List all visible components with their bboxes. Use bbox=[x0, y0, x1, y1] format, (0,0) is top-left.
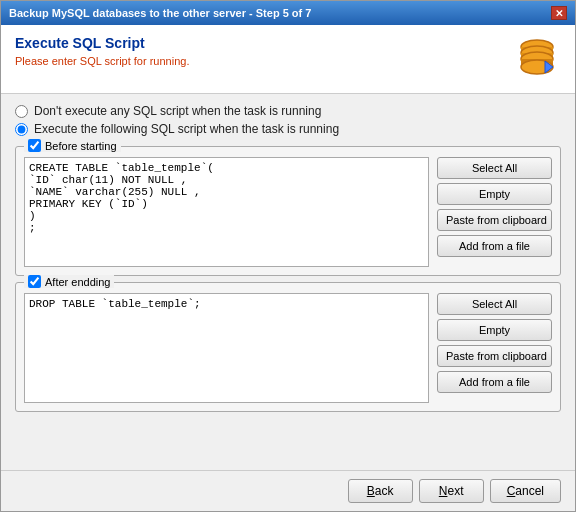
cancel-button[interactable]: Cancel bbox=[490, 479, 561, 503]
after-button-column: Select All Empty Paste from clipboard Ad… bbox=[437, 293, 552, 403]
after-legend-label: After endding bbox=[45, 276, 110, 288]
footer: Back Next Cancel bbox=[1, 470, 575, 511]
before-sql-textarea[interactable]: CREATE TABLE `table_temple`( `ID` char(1… bbox=[24, 157, 429, 267]
close-button[interactable]: ✕ bbox=[551, 6, 567, 20]
next-button[interactable]: Next bbox=[419, 479, 484, 503]
after-sql-textarea[interactable]: DROP TABLE `table_temple`; bbox=[24, 293, 429, 403]
before-legend: Before starting bbox=[24, 139, 121, 152]
next-underline: Next bbox=[439, 484, 464, 498]
before-content: CREATE TABLE `table_temple`( `ID` char(1… bbox=[24, 157, 552, 267]
before-legend-label: Before starting bbox=[45, 140, 117, 152]
radio-no-execute[interactable] bbox=[15, 105, 28, 118]
radio-label-1: Don't execute any SQL script when the ta… bbox=[34, 104, 321, 118]
after-paste-button[interactable]: Paste from clipboard bbox=[437, 345, 552, 367]
content-area: Don't execute any SQL script when the ta… bbox=[1, 94, 575, 470]
main-window: Backup MySQL databases to the other serv… bbox=[0, 0, 576, 512]
radio-row-1: Don't execute any SQL script when the ta… bbox=[15, 104, 561, 118]
after-checkbox[interactable] bbox=[28, 275, 41, 288]
after-legend: After endding bbox=[24, 275, 114, 288]
header-text: Execute SQL Script Please enter SQL scri… bbox=[15, 35, 189, 67]
back-underline: Back bbox=[367, 484, 394, 498]
before-select-all-button[interactable]: Select All bbox=[437, 157, 552, 179]
before-button-column: Select All Empty Paste from clipboard Ad… bbox=[437, 157, 552, 267]
cancel-underline: Cancel bbox=[507, 484, 544, 498]
before-checkbox[interactable] bbox=[28, 139, 41, 152]
after-add-file-button[interactable]: Add from a file bbox=[437, 371, 552, 393]
back-button[interactable]: Back bbox=[348, 479, 413, 503]
title-bar: Backup MySQL databases to the other serv… bbox=[1, 1, 575, 25]
radio-execute[interactable] bbox=[15, 123, 28, 136]
before-empty-button[interactable]: Empty bbox=[437, 183, 552, 205]
header-section: Execute SQL Script Please enter SQL scri… bbox=[1, 25, 575, 94]
header-icon bbox=[513, 35, 561, 83]
radio-row-2: Execute the following SQL script when th… bbox=[15, 122, 561, 136]
before-add-file-button[interactable]: Add from a file bbox=[437, 235, 552, 257]
after-empty-button[interactable]: Empty bbox=[437, 319, 552, 341]
page-subtitle: Please enter SQL script for running. bbox=[15, 55, 189, 67]
after-group: After endding DROP TABLE `table_temple`;… bbox=[15, 282, 561, 412]
after-select-all-button[interactable]: Select All bbox=[437, 293, 552, 315]
after-content: DROP TABLE `table_temple`; Select All Em… bbox=[24, 293, 552, 403]
radio-group: Don't execute any SQL script when the ta… bbox=[15, 104, 561, 136]
title-bar-text: Backup MySQL databases to the other serv… bbox=[9, 7, 311, 19]
page-title: Execute SQL Script bbox=[15, 35, 189, 51]
database-icon bbox=[515, 37, 559, 81]
radio-label-2: Execute the following SQL script when th… bbox=[34, 122, 339, 136]
before-paste-button[interactable]: Paste from clipboard bbox=[437, 209, 552, 231]
before-group: Before starting CREATE TABLE `table_temp… bbox=[15, 146, 561, 276]
